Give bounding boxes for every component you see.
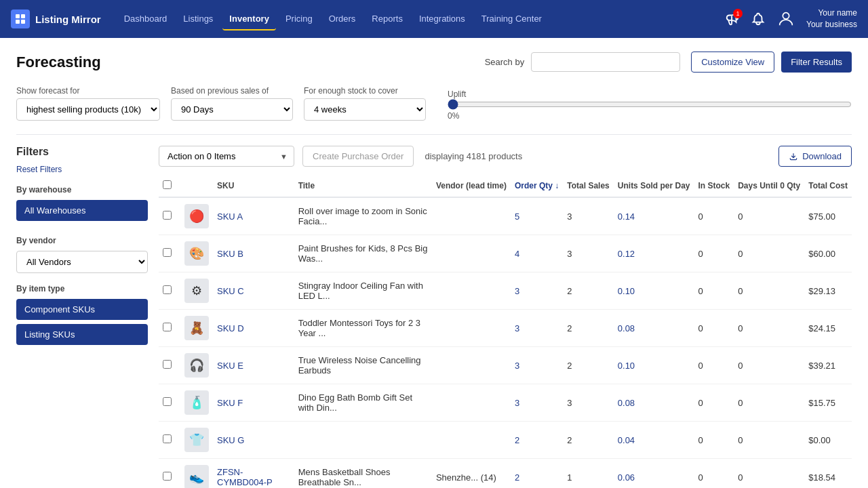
row-title-3: Toddler Montessori Toys for 2 3 Year ... <box>294 310 432 347</box>
row-in-stock-3: 0 <box>694 310 734 347</box>
uplift-slider[interactable] <box>448 99 852 110</box>
units-sold-link-4[interactable]: 0.10 <box>618 361 635 371</box>
listing-skus-button[interactable]: Listing SKUs <box>16 324 148 345</box>
row-days-until-0-2: 0 <box>734 272 804 310</box>
row-days-until-0-3: 0 <box>734 310 804 347</box>
svg-point-4 <box>783 13 789 19</box>
select-all-checkbox[interactable] <box>163 180 172 189</box>
units-sold-link-7[interactable]: 0.06 <box>618 472 635 483</box>
row-img-1: 🎨 <box>180 235 213 272</box>
vendor-select[interactable]: All Vendors <box>16 251 148 273</box>
row-in-stock-2: 0 <box>694 272 734 310</box>
nav-links: Dashboard Listings Inventory Pricing Ord… <box>117 8 709 30</box>
megaphone-icon-btn[interactable]: 1 <box>725 12 740 26</box>
nav-pricing[interactable]: Pricing <box>279 8 319 30</box>
row-checkbox-2[interactable] <box>163 285 172 294</box>
row-units-sold-1: 0.12 <box>614 235 694 272</box>
sku-link-4[interactable]: SKU E <box>217 361 243 371</box>
user-name: Your name <box>806 7 857 19</box>
logo[interactable]: Listing Mirror <box>11 9 101 28</box>
row-vendor-6 <box>432 422 511 459</box>
based-on-select[interactable]: 90 Days <box>171 98 293 121</box>
nav-listings[interactable]: Listings <box>176 8 220 30</box>
show-forecast-select[interactable]: highest selling products (10k) <box>16 98 160 121</box>
sku-link-1[interactable]: SKU B <box>217 249 243 259</box>
table-head: SKU Title Vendor (lead time) Order Qty ↓… <box>159 175 852 197</box>
order-qty-link-6[interactable]: 2 <box>515 435 519 445</box>
row-check-2 <box>159 272 180 310</box>
user-business: Your business <box>806 19 857 30</box>
order-qty-link-4[interactable]: 3 <box>515 361 519 371</box>
row-vendor-0 <box>432 197 511 235</box>
row-check-5 <box>159 384 180 422</box>
row-total-sales-1: 3 <box>563 235 613 272</box>
row-days-until-0-1: 0 <box>734 235 804 272</box>
order-qty-link-3[interactable]: 3 <box>515 323 519 333</box>
action-select[interactable]: Action on 0 Items <box>159 146 294 167</box>
units-sold-link-0[interactable]: 0.14 <box>618 211 635 222</box>
row-units-sold-4: 0.10 <box>614 347 694 384</box>
table-row: 🧸 SKU D Toddler Montessori Toys for 2 3 … <box>159 310 852 347</box>
vendor-section: By vendor All Vendors <box>16 236 148 273</box>
row-checkbox-6[interactable] <box>163 434 172 443</box>
order-qty-link-0[interactable]: 5 <box>515 211 519 222</box>
col-order-qty[interactable]: Order Qty ↓ <box>511 175 563 197</box>
reset-filters-link[interactable]: Reset Filters <box>16 165 148 174</box>
row-checkbox-0[interactable] <box>163 211 172 220</box>
units-sold-link-2[interactable]: 0.10 <box>618 286 635 296</box>
row-units-sold-3: 0.08 <box>614 310 694 347</box>
download-button[interactable]: Download <box>778 146 852 167</box>
units-sold-link-6[interactable]: 0.04 <box>618 435 635 445</box>
nav-reports[interactable]: Reports <box>365 8 410 30</box>
user-avatar-btn[interactable] <box>776 9 795 28</box>
show-forecast-label: Show forecast for <box>16 86 160 96</box>
row-checkbox-4[interactable] <box>163 360 172 369</box>
row-vendor-4 <box>432 347 511 384</box>
nav-training-center[interactable]: Training Center <box>475 8 549 30</box>
order-qty-link-2[interactable]: 3 <box>515 286 519 296</box>
customize-view-button[interactable]: Customize View <box>691 52 774 73</box>
filter-results-button[interactable]: Filter Results <box>781 52 852 73</box>
nav-integrations[interactable]: Integrations <box>412 8 472 30</box>
table-row: 🔴 SKU A Roll over image to zoom in Sonic… <box>159 197 852 235</box>
row-sku-3: SKU D <box>213 310 294 347</box>
row-total-cost-1: $60.00 <box>804 235 852 272</box>
enough-stock-label: For enough stock to cover <box>304 86 426 96</box>
row-checkbox-5[interactable] <box>163 397 172 406</box>
row-title-4: True Wireless Noise Cancelling Earbuds <box>294 347 432 384</box>
row-total-sales-5: 3 <box>563 384 613 422</box>
row-days-until-0-7: 0 <box>734 459 804 489</box>
enough-stock-select[interactable]: 4 weeks <box>304 98 426 121</box>
sku-link-3[interactable]: SKU D <box>217 323 244 333</box>
sku-link-0[interactable]: SKU A <box>217 211 243 222</box>
sku-link-6[interactable]: SKU G <box>217 435 244 445</box>
bell-icon-btn[interactable] <box>751 12 766 26</box>
show-forecast-group: Show forecast for highest selling produc… <box>16 86 160 121</box>
sku-link-2[interactable]: SKU C <box>217 286 244 296</box>
sku-link-7[interactable]: ZFSN-CYMBD004-P <box>217 467 273 487</box>
units-sold-link-5[interactable]: 0.08 <box>618 398 635 408</box>
row-check-3 <box>159 310 180 347</box>
search-input[interactable] <box>531 52 680 72</box>
row-sku-0: SKU A <box>213 197 294 235</box>
all-warehouses-button[interactable]: All Warehouses <box>16 200 148 221</box>
row-img-4: 🎧 <box>180 347 213 384</box>
units-sold-link-3[interactable]: 0.08 <box>618 323 635 333</box>
sku-link-5[interactable]: SKU F <box>217 398 243 408</box>
order-qty-link-1[interactable]: 4 <box>515 249 519 259</box>
user-info: Your name Your business <box>806 7 857 30</box>
product-image-3: 🧸 <box>184 316 209 340</box>
order-qty-link-5[interactable]: 3 <box>515 398 519 408</box>
sidebar: Filters Reset Filters By warehouse All W… <box>16 146 159 488</box>
units-sold-link-1[interactable]: 0.12 <box>618 249 635 259</box>
order-qty-link-7[interactable]: 2 <box>515 472 519 483</box>
nav-inventory[interactable]: Inventory <box>222 8 276 30</box>
create-purchase-order-button[interactable]: Create Purchase Order <box>302 146 414 167</box>
row-checkbox-3[interactable] <box>163 323 172 331</box>
nav-dashboard[interactable]: Dashboard <box>117 8 174 30</box>
row-checkbox-1[interactable] <box>163 248 172 257</box>
sidebar-title: Filters <box>16 146 148 158</box>
row-checkbox-7[interactable] <box>163 472 172 481</box>
component-skus-button[interactable]: Component SKUs <box>16 299 148 320</box>
nav-orders[interactable]: Orders <box>322 8 363 30</box>
